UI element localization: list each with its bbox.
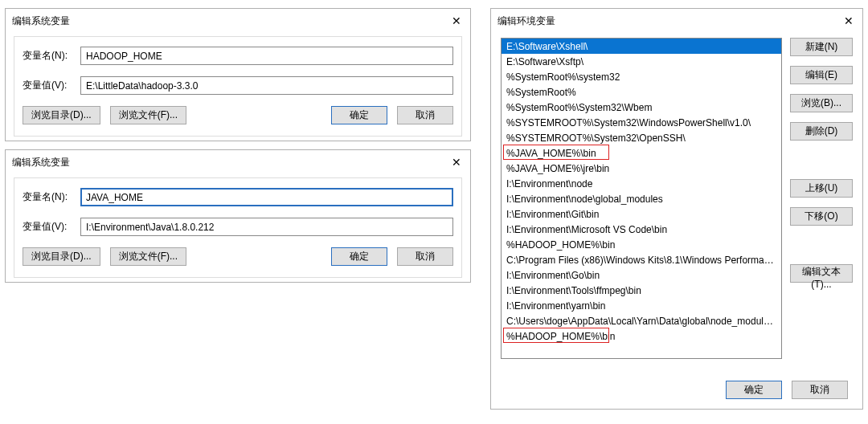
list-item[interactable]: I:\Environment\Microsoft VS Code\bin — [502, 222, 781, 237]
list-item[interactable]: I:\Environment\node\global_modules — [502, 191, 781, 206]
ok-button[interactable]: 确定 — [331, 247, 387, 266]
edit-text-button[interactable]: 编辑文本(T)... — [790, 264, 853, 283]
list-item[interactable]: C:\Program Files (x86)\Windows Kits\8.1\… — [502, 252, 781, 267]
list-item[interactable]: %JAVA_HOME%\jre\bin — [502, 161, 781, 176]
list-item[interactable]: %SYSTEMROOT%\System32\WindowsPowerShell\… — [502, 115, 781, 130]
edit-system-variable-dialog-2: 编辑系统变量 ✕ 变量名(N): 变量值(V): 浏览目录(D)... 浏览文件… — [5, 149, 471, 283]
dialog-title: 编辑系统变量 — [12, 156, 70, 169]
browse-button[interactable]: 浏览(B)... — [790, 94, 853, 112]
variable-name-input[interactable] — [80, 188, 453, 206]
list-item[interactable]: I:\Environment\node — [502, 176, 781, 191]
list-item[interactable]: I:\Environment\Git\bin — [502, 206, 781, 222]
variable-value-label: 变量值(V): — [23, 79, 80, 92]
list-item[interactable]: %SYSTEMROOT%\System32\OpenSSH\ — [502, 130, 781, 145]
dialog-title: 编辑环境变量 — [497, 14, 555, 28]
list-item[interactable]: %HADOOP_HOME%\bin — [502, 328, 781, 344]
list-item[interactable]: E:\Software\Xsftp\ — [502, 54, 781, 69]
edit-environment-variable-dialog: 编辑环境变量 ✕ E:\Software\Xshell\E:\Software\… — [490, 8, 863, 410]
list-item[interactable]: %SystemRoot%\system32 — [502, 69, 781, 84]
dialog-title: 编辑系统变量 — [12, 14, 70, 28]
browse-file-button[interactable]: 浏览文件(F)... — [110, 247, 186, 266]
move-down-button[interactable]: 下移(O) — [790, 207, 853, 226]
ok-button[interactable]: 确定 — [726, 381, 782, 399]
list-item[interactable]: I:\Environment\Tools\ffmpeg\bin — [502, 283, 781, 298]
list-item[interactable]: %JAVA_HOME%\bin — [502, 145, 781, 161]
new-button[interactable]: 新建(N) — [790, 38, 853, 56]
delete-button[interactable]: 删除(D) — [790, 122, 853, 141]
ok-button[interactable]: 确定 — [331, 106, 387, 124]
list-item[interactable]: %HADOOP_HOME%\bin — [502, 237, 781, 252]
list-item[interactable]: C:\Users\doge\AppData\Local\Yarn\Data\gl… — [502, 313, 781, 328]
close-icon[interactable]: ✕ — [841, 14, 856, 28]
browse-directory-button[interactable]: 浏览目录(D)... — [23, 106, 100, 124]
edit-system-variable-dialog-1: 编辑系统变量 ✕ 变量名(N): 变量值(V): 浏览目录(D)... 浏览文件… — [5, 8, 471, 141]
list-item[interactable]: I:\Environment\yarn\bin — [502, 298, 781, 313]
browse-directory-button[interactable]: 浏览目录(D)... — [23, 247, 100, 266]
variable-name-label: 变量名(N): — [23, 49, 80, 63]
variable-value-input[interactable] — [80, 76, 453, 95]
list-item[interactable]: %SystemRoot% — [502, 84, 781, 100]
variable-value-input[interactable] — [80, 218, 453, 236]
list-item[interactable]: I:\Environment\Go\bin — [502, 267, 781, 283]
browse-file-button[interactable]: 浏览文件(F)... — [110, 106, 186, 124]
close-icon[interactable]: ✕ — [449, 14, 464, 28]
list-item[interactable]: E:\Software\Xshell\ — [502, 39, 781, 54]
move-up-button[interactable]: 上移(U) — [790, 179, 853, 198]
cancel-button[interactable]: 取消 — [397, 247, 453, 266]
edit-button[interactable]: 编辑(E) — [790, 66, 853, 84]
variable-name-label: 变量名(N): — [23, 190, 80, 204]
path-list[interactable]: E:\Software\Xshell\E:\Software\Xsftp\%Sy… — [501, 38, 782, 359]
variable-name-input[interactable] — [80, 47, 453, 65]
cancel-button[interactable]: 取消 — [792, 381, 848, 399]
variable-value-label: 变量值(V): — [23, 220, 80, 234]
list-item[interactable]: %SystemRoot%\System32\Wbem — [502, 100, 781, 115]
close-icon[interactable]: ✕ — [449, 155, 464, 169]
cancel-button[interactable]: 取消 — [397, 106, 453, 124]
